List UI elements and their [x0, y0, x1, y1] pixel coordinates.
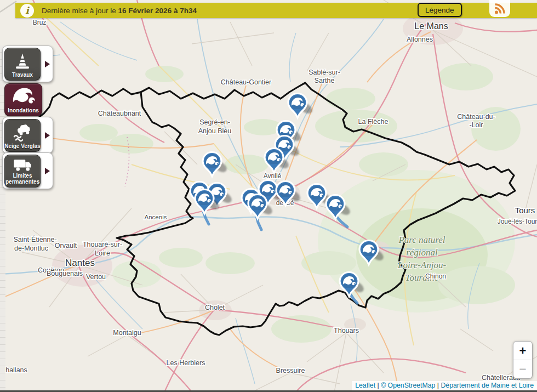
- city-label: Saint-Étienne-: [13, 235, 56, 243]
- city-label: Nantes: [65, 258, 95, 268]
- city-label: Joué-lès-Tour: [498, 218, 537, 225]
- city-label: Chinon: [425, 272, 446, 280]
- update-banner: i Dernière mise à jour le 16 Février 202…: [15, 3, 537, 18]
- zoom-in-button[interactable]: +: [513, 342, 532, 360]
- city-label: Thouaré-sur-: [83, 241, 122, 248]
- city-label: Vertou: [86, 273, 106, 281]
- expand-arrow-icon[interactable]: [45, 61, 50, 67]
- city-label: de-Montluc: [14, 245, 48, 252]
- city-label: Ancenis: [145, 214, 167, 220]
- park-label-line: Loire-Anjou-: [397, 260, 446, 270]
- sidebar-item-label: Inondations: [8, 108, 39, 116]
- city-label: Allonnes: [407, 36, 433, 43]
- city-label: Les Herbiers: [167, 359, 205, 367]
- traffic-cone-icon: [13, 48, 32, 72]
- city-label: Bruz: [33, 19, 47, 26]
- expand-arrow-icon[interactable]: [45, 132, 50, 139]
- city-label: Château-Gontier: [221, 78, 271, 86]
- legend-button[interactable]: Légende: [418, 3, 462, 17]
- city-label: Loire: [95, 249, 110, 257]
- sidebar-item-inondations[interactable]: Inondations: [4, 83, 42, 116]
- city-label: hallans: [5, 366, 27, 374]
- park-label-line: régional: [406, 247, 438, 258]
- city-label: Tours: [515, 206, 535, 215]
- last-update-text: Dernière mise à jour le 16 Février 2026 …: [42, 7, 197, 15]
- attribution-link[interactable]: Département de Maine et Loire: [441, 382, 534, 389]
- car-skid-icon: [11, 120, 34, 144]
- sidebar-item-travaux[interactable]: Travaux: [4, 48, 41, 81]
- park-label-line: Parc naturel: [398, 235, 445, 245]
- city-label: Le Mans: [414, 21, 448, 31]
- sidebar-item-label: Neige Verglas: [4, 144, 41, 152]
- rss-icon[interactable]: [489, 0, 510, 17]
- city-label: Orvault: [55, 242, 77, 249]
- city-label: Anjou Bleu: [198, 127, 232, 135]
- city-label: Avrillé: [264, 172, 282, 180]
- city-label: Château-du-: [457, 113, 495, 121]
- city-label: Montaigu: [113, 329, 141, 337]
- city-label: La Flèche: [358, 118, 389, 126]
- sidebar-item-label: Limites permanentes: [5, 173, 39, 187]
- app-window: Parc naturelrégionalLoire-Anjou-Touraine…: [0, 0, 537, 392]
- attribution-link[interactable]: © OpenStreetMap: [381, 382, 435, 389]
- city-label: -Loir: [469, 121, 483, 129]
- zoom-out-button[interactable]: −: [513, 360, 532, 378]
- city-label: Châteaubriant: [98, 110, 141, 117]
- sidebar-item-neige-verglas[interactable]: Neige Verglas: [4, 119, 41, 152]
- city-label: Thouars: [334, 327, 359, 334]
- city-label: Bouguenais: [47, 270, 83, 277]
- sidebar-item-limites-permanentes[interactable]: Limites permanentes: [4, 155, 41, 188]
- map-attribution: Leaflet | © OpenStreetMap | Département …: [352, 381, 537, 390]
- truck-icon: [12, 155, 33, 173]
- zoom-control: + −: [513, 341, 533, 379]
- city-label: Sablé-sur-: [309, 69, 340, 76]
- leaflet-map[interactable]: Parc naturelrégionalLoire-Anjou-Touraine…: [0, 0, 537, 392]
- expand-arrow-icon[interactable]: [45, 168, 50, 174]
- info-icon: i: [20, 4, 34, 18]
- city-label: Segré-en-: [199, 118, 230, 126]
- city-label: Bressuire: [276, 367, 305, 374]
- attribution-link[interactable]: Leaflet: [355, 382, 375, 389]
- sidebar-item-label: Travaux: [12, 72, 33, 81]
- flood-wave-icon: [12, 84, 36, 108]
- city-label: Cholet: [205, 304, 225, 311]
- city-label: Sarthe: [315, 77, 335, 84]
